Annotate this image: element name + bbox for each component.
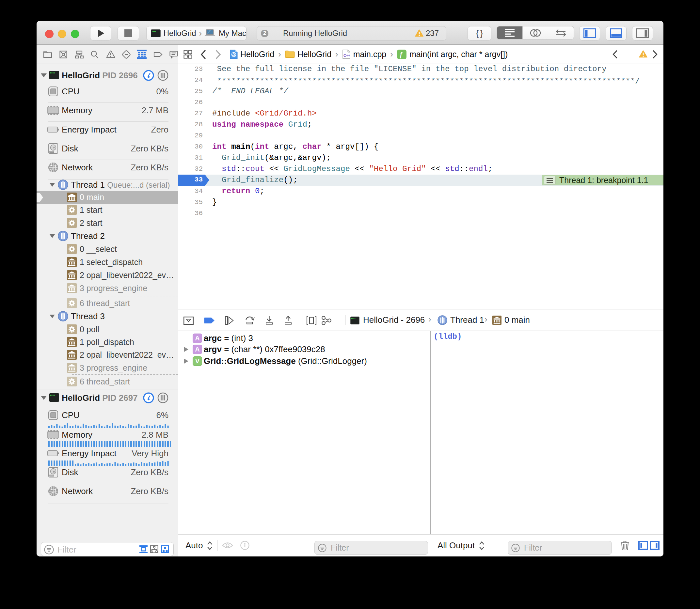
- svg-text:C++: C++: [343, 53, 350, 57]
